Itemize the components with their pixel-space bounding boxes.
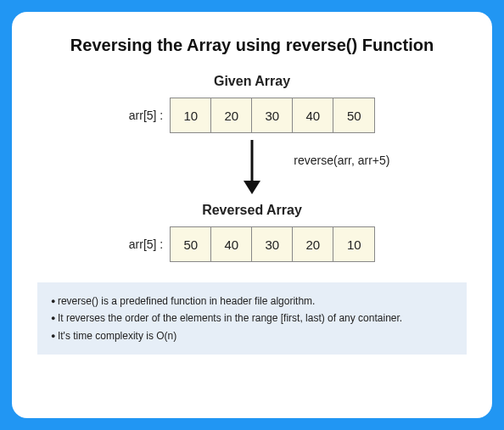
cell: 20 [293,227,333,261]
cell: 30 [252,98,293,132]
cell: 50 [333,98,374,132]
note-line: It's time complexity is O(n) [51,327,455,344]
cell: 30 [252,227,293,261]
reversed-array-cells: 50 40 30 20 10 [170,226,375,262]
page-title: Reversing the Array using reverse() Func… [37,36,467,55]
arrow-section: reverse(arr, arr+5) [37,138,467,198]
diagram-card: Reversing the Array using reverse() Func… [12,12,492,418]
cell: 40 [293,98,333,132]
note-line: reverse() is a predefined function in he… [51,293,455,310]
cell: 10 [171,98,211,132]
reversed-array-label: arr[5] : [129,237,163,251]
note-line: It reverses the order of the elements in… [51,310,455,327]
given-array-heading: Given Array [37,74,467,89]
operation-label: reverse(arr, arr+5) [294,154,389,167]
reversed-array-row: arr[5] : 50 40 30 20 10 [37,226,467,262]
cell: 40 [211,227,252,261]
notes-box: reverse() is a predefined function in he… [37,282,467,355]
given-array-label: arr[5] : [129,109,163,122]
given-array-row: arr[5] : 10 20 30 40 50 [37,98,467,133]
cell: 10 [333,227,374,261]
reversed-array-heading: Reversed Array [37,203,467,218]
cell: 50 [171,227,211,261]
arrow-down-icon [239,140,265,196]
svg-marker-1 [244,181,260,194]
cell: 20 [211,98,252,132]
given-array-cells: 10 20 30 40 50 [170,98,375,133]
